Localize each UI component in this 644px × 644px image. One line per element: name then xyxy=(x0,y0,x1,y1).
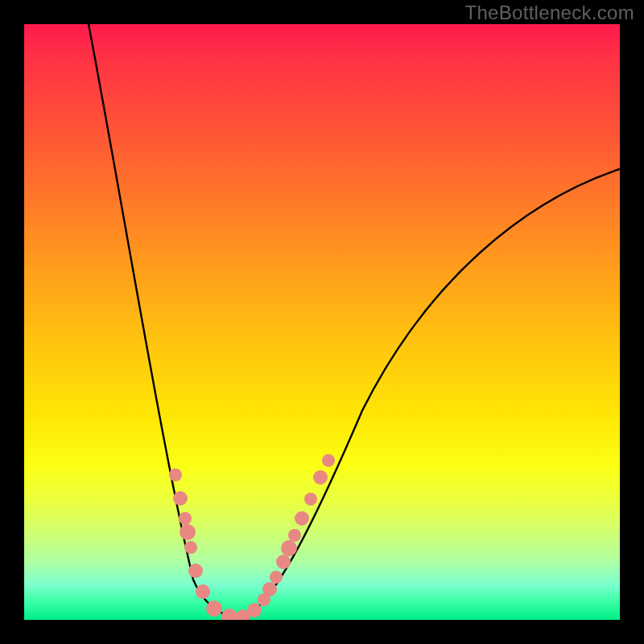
bottleneck-chart-svg xyxy=(24,24,620,620)
data-marker xyxy=(276,555,291,569)
watermark-text: TheBottleneck.com xyxy=(464,2,634,24)
data-marker xyxy=(184,541,197,554)
data-marker xyxy=(179,512,192,525)
data-marker xyxy=(196,584,210,599)
data-marker xyxy=(188,564,203,578)
chart-frame: TheBottleneck.com xyxy=(0,0,644,644)
data-marker xyxy=(169,469,182,481)
plot-area xyxy=(24,24,620,620)
data-marker xyxy=(281,540,297,556)
bottleneck-curve xyxy=(89,24,620,617)
data-marker xyxy=(295,511,309,526)
marker-group xyxy=(169,454,335,620)
data-marker xyxy=(304,493,317,506)
data-marker xyxy=(270,571,283,584)
data-marker xyxy=(221,609,237,620)
data-marker xyxy=(247,603,262,617)
data-marker xyxy=(262,582,277,597)
data-marker xyxy=(313,470,328,485)
data-marker xyxy=(173,491,188,506)
data-marker xyxy=(322,454,335,467)
data-marker xyxy=(180,524,196,540)
data-marker xyxy=(206,601,222,617)
data-marker xyxy=(288,529,301,542)
